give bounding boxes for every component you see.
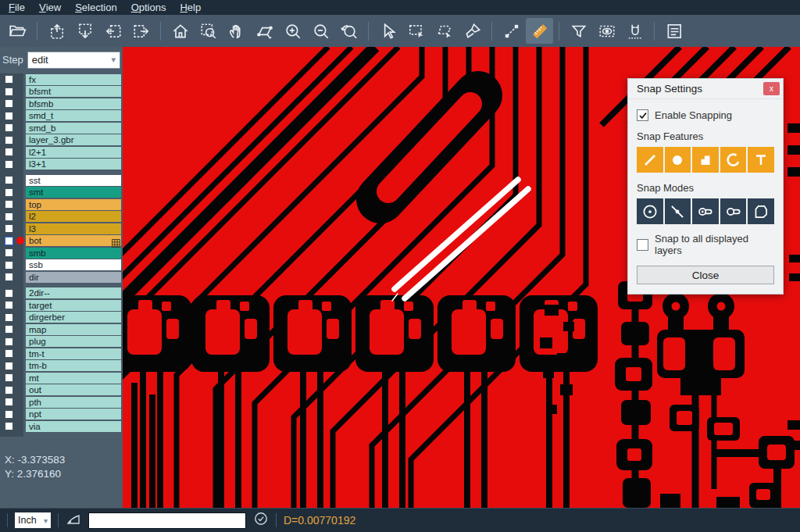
pan-up-button[interactable] [43, 18, 70, 44]
layer-name[interactable]: 2dir-- [26, 287, 121, 298]
layer-visibility-checkbox[interactable] [5, 87, 13, 96]
snap-feature-surface-button[interactable] [692, 147, 719, 173]
zoom-home-button[interactable] [166, 18, 194, 44]
dialog-close-button[interactable]: Close [637, 266, 774, 284]
display-options-button[interactable] [593, 18, 620, 44]
zoom-in-button[interactable] [279, 18, 306, 44]
menu-help[interactable]: Help [173, 0, 208, 15]
report-button[interactable] [660, 18, 688, 44]
layer-visibility-checkbox[interactable] [5, 148, 13, 156]
layer-visibility-checkbox[interactable] [5, 422, 13, 430]
layer-name[interactable]: layer_3.gbr [26, 134, 121, 145]
ruler-button[interactable] [526, 18, 553, 44]
layer-visibility-checkbox[interactable] [5, 99, 13, 108]
layer-name[interactable]: smb [26, 248, 121, 259]
menu-selection[interactable]: Selection [68, 0, 123, 15]
menu-options[interactable]: Options [124, 0, 173, 15]
layer-name[interactable]: dir [26, 272, 121, 283]
layer-row-top[interactable]: top [0, 198, 123, 211]
layer-name[interactable]: map [26, 324, 121, 335]
layer-name[interactable]: target [26, 300, 121, 311]
layer-name[interactable]: bfsmb [26, 98, 121, 109]
layer-row-l2+1[interactable]: l2+1 [0, 146, 123, 159]
dialog-title-bar[interactable]: Snap Settings x [628, 79, 783, 99]
select-cursor-button[interactable] [374, 18, 402, 44]
layer-visibility-checkbox[interactable] [5, 123, 13, 132]
zoom-previous-button[interactable] [335, 18, 362, 44]
layer-row-bot[interactable]: bot [0, 235, 123, 248]
layer-visibility-checkbox[interactable] [5, 200, 13, 209]
layer-name[interactable]: sst [26, 175, 121, 186]
layer-name[interactable]: smd_b [26, 123, 121, 134]
snap-mode-pad-slot-button[interactable] [692, 198, 719, 224]
layer-name[interactable]: smt [26, 187, 121, 198]
snap-feature-line-button[interactable] [637, 147, 663, 173]
layer-row-bfsmt[interactable]: bfsmt [0, 86, 123, 98]
layer-name[interactable]: pth [26, 397, 121, 408]
layer-row-smt[interactable]: smt [0, 187, 123, 199]
layer-row-out[interactable]: out [0, 384, 123, 397]
layer-row-sst[interactable]: sst [0, 174, 123, 187]
layer-row-target[interactable]: target [0, 299, 123, 312]
pan-hand-button[interactable] [223, 18, 250, 44]
layer-row-via[interactable]: via [0, 420, 123, 433]
snap-all-layers-checkbox[interactable] [637, 239, 648, 251]
layer-visibility-checkbox[interactable] [5, 289, 13, 298]
layer-visibility-checkbox[interactable] [5, 237, 13, 245]
enable-snapping-checkbox[interactable] [637, 109, 648, 121]
snap-feature-arc-button[interactable] [720, 147, 747, 173]
layer-row-tm-b[interactable]: tm-b [0, 360, 123, 373]
layer-name[interactable]: l2 [26, 211, 121, 222]
layer-visibility-checkbox[interactable] [5, 212, 13, 221]
layer-visibility-checkbox[interactable] [5, 176, 13, 184]
command-input[interactable] [88, 512, 246, 529]
layer-row-pth[interactable]: pth [0, 396, 123, 409]
layer-name[interactable]: l2+1 [26, 147, 121, 158]
layer-row-dirgerber[interactable]: dirgerber [0, 312, 123, 324]
layer-visibility-checkbox[interactable] [5, 75, 13, 84]
layer-name[interactable]: mt [26, 373, 121, 384]
layer-visibility-checkbox[interactable] [5, 261, 13, 270]
layer-name[interactable]: bot [26, 235, 121, 246]
layer-row-bfsmb[interactable]: bfsmb [0, 98, 123, 110]
layer-name[interactable]: out [26, 384, 121, 395]
snap-mode-center-button[interactable] [637, 198, 663, 224]
open-file-button[interactable] [4, 18, 31, 44]
select-rectangle-button[interactable] [402, 18, 430, 44]
layer-visibility-checkbox[interactable] [5, 273, 13, 281]
layer-visibility-checkbox[interactable] [5, 337, 13, 346]
layer-visibility-checkbox[interactable] [5, 325, 13, 334]
snap-mode-polygon-button[interactable] [748, 198, 774, 224]
layer-name[interactable]: l3+1 [26, 159, 121, 170]
layer-name[interactable]: plug [26, 336, 121, 347]
layer-visibility-checkbox[interactable] [5, 160, 13, 169]
layer-visibility-checkbox[interactable] [5, 373, 13, 382]
snap-feature-text-button[interactable] [748, 147, 774, 173]
measure-distance-button[interactable] [498, 18, 525, 44]
layer-visibility-checkbox[interactable] [5, 398, 13, 406]
zoom-out-button[interactable] [307, 18, 334, 44]
layer-name[interactable]: tm-t [26, 348, 121, 359]
layer-row-tm-t[interactable]: tm-t [0, 348, 123, 360]
menu-file[interactable]: File [2, 0, 32, 15]
pan-left-button[interactable] [99, 18, 127, 44]
layer-row-layer_3.gbr[interactable]: layer_3.gbr [0, 134, 123, 147]
paint-select-button[interactable] [459, 18, 486, 44]
layer-name[interactable]: dirgerber [26, 312, 121, 323]
layer-row-mt[interactable]: mt [0, 372, 123, 384]
layer-visibility-checkbox[interactable] [5, 248, 13, 257]
snap-feature-circle-button[interactable] [665, 147, 691, 173]
select-polygon-button[interactable] [430, 18, 458, 44]
layer-name[interactable]: smd_t [26, 110, 121, 121]
layer-visibility-checkbox[interactable] [5, 386, 13, 395]
validate-icon[interactable] [253, 511, 269, 530]
pan-right-button[interactable] [127, 18, 155, 44]
layer-row-map[interactable]: map [0, 323, 123, 336]
layer-visibility-checkbox[interactable] [5, 313, 13, 322]
step-select[interactable]: edit ▾ [27, 52, 120, 69]
layer-name[interactable]: bfsmt [26, 86, 121, 97]
layer-row-plug[interactable]: plug [0, 336, 123, 348]
snap-options-button[interactable] [621, 18, 648, 44]
layer-row-smd_t[interactable]: smd_t [0, 110, 123, 123]
layer-visibility-checkbox[interactable] [5, 410, 13, 419]
